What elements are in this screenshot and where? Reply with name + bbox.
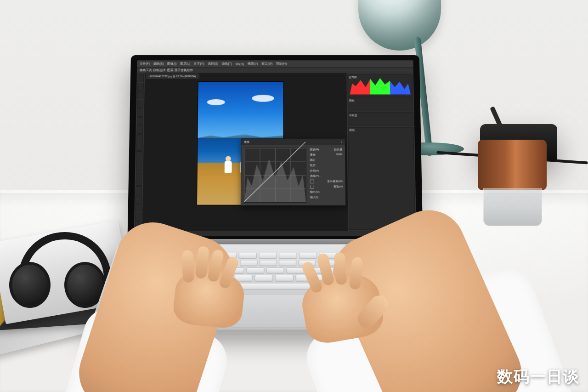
- finger: [182, 250, 194, 283]
- crop-tool-icon[interactable]: [137, 108, 143, 117]
- finger: [334, 252, 347, 285]
- auto-button[interactable]: 自动(A): [310, 169, 319, 173]
- type-tool-icon[interactable]: [136, 186, 142, 194]
- photo-editor-app: 文件(F) 编辑(E) 图像(I) 图层(L) 文字(Y) 选择(S) 滤镜(T…: [134, 60, 416, 236]
- curves-graph[interactable]: [244, 148, 306, 202]
- watermark-text: 数码一日谈: [497, 366, 580, 387]
- brush-tool-icon[interactable]: [136, 125, 143, 134]
- dodge-tool-icon[interactable]: [136, 169, 142, 177]
- preset-value[interactable]: 默认值: [334, 148, 342, 152]
- wand-tool-icon[interactable]: [137, 100, 143, 108]
- laptop-lid: 文件(F) 编辑(E) 图像(I) 图层(L) 文字(Y) 选择(S) 滤镜(T…: [127, 55, 423, 247]
- preview-check[interactable]: 预览(P): [334, 185, 343, 189]
- menu-bar[interactable]: 文件(F) 编辑(E) 图像(I) 图层(L) 文字(Y) 选择(S) 滤镜(T…: [137, 60, 413, 67]
- dialog-titlebar[interactable]: 曲线 ×: [241, 139, 345, 145]
- menu-item[interactable]: 文件(F): [140, 62, 150, 66]
- curves-line[interactable]: [244, 148, 306, 202]
- show-clipping-check[interactable]: 显示修剪(W): [328, 180, 343, 184]
- panel-title: 直方图: [349, 76, 357, 79]
- output-label: 输出(O):: [310, 190, 320, 194]
- tumbler-cup: [478, 124, 547, 221]
- menu-item[interactable]: 3D(D): [236, 62, 244, 65]
- cup-sleeve: [478, 140, 547, 190]
- curves-dialog[interactable]: 曲线 × 预设(R):默认值 通道:RGB 确定: [241, 138, 346, 205]
- image-child: [225, 160, 232, 173]
- pen-tool-icon[interactable]: [136, 177, 142, 186]
- image-cloud: [207, 99, 225, 105]
- cup-glass: [483, 188, 542, 226]
- right-panels[interactable]: 直方图 颜色 导航器 图层: [346, 73, 416, 231]
- curves-side-panel: 预设(R):默认值 通道:RGB 确定 取消 自动(A) 选项(T)… 显示修剪…: [309, 145, 345, 205]
- panel-title: 图层: [349, 129, 355, 131]
- photo-scene: 文件(F) 编辑(E) 图像(I) 图层(L) 文字(Y) 选择(S) 滤镜(T…: [0, 0, 588, 392]
- lasso-tool-icon[interactable]: [137, 91, 144, 99]
- options-bar-text: 移动工具 自动选择: 图层 显示变换控件: [140, 68, 193, 72]
- channel-value[interactable]: RGB: [336, 153, 342, 157]
- options-bar[interactable]: 移动工具 自动选择: 图层 显示变换控件: [137, 67, 413, 73]
- menu-item[interactable]: 选择(S): [208, 62, 218, 66]
- stamp-tool-icon[interactable]: [136, 134, 143, 142]
- dialog-title: 曲线: [244, 140, 249, 144]
- menu-item[interactable]: 滤镜(T): [222, 62, 232, 66]
- menu-item[interactable]: 帮助(H): [276, 62, 287, 66]
- panel-title: 导航器: [349, 114, 357, 117]
- eyedropper-tool-icon[interactable]: [137, 117, 143, 125]
- menu-item[interactable]: 图像(I): [167, 62, 176, 66]
- gradient-tool-icon[interactable]: [136, 151, 142, 159]
- options-button[interactable]: 选项(T)…: [310, 174, 322, 178]
- menu-item[interactable]: 视图(V): [248, 62, 258, 66]
- ok-button[interactable]: 确定: [310, 158, 316, 162]
- histogram-bars-icon: [350, 76, 411, 95]
- menu-item[interactable]: 文字(Y): [194, 62, 204, 66]
- path-tool-icon[interactable]: [136, 195, 142, 203]
- laptop-screen: 文件(F) 编辑(E) 图像(I) 图层(L) 文字(Y) 选择(S) 滤镜(T…: [134, 60, 416, 236]
- histogram-panel[interactable]: 直方图: [347, 74, 413, 97]
- close-icon[interactable]: ×: [340, 141, 342, 143]
- menu-item[interactable]: 图层(L): [180, 62, 190, 66]
- checkbox-icon[interactable]: [310, 185, 314, 189]
- channel-label: 通道:: [310, 153, 316, 157]
- image-cloud: [252, 95, 274, 102]
- headphones-earcup: [9, 262, 51, 308]
- image-sky: [198, 82, 283, 138]
- checkbox-icon[interactable]: [310, 180, 314, 184]
- hand-tool-icon[interactable]: [135, 213, 141, 221]
- headphones: [9, 230, 106, 308]
- blur-tool-icon[interactable]: [136, 160, 142, 168]
- shape-tool-icon[interactable]: [135, 204, 141, 212]
- menu-item[interactable]: 窗口(W): [261, 62, 273, 66]
- canvas-area[interactable]: 401996410722.jpg @ 27.5% (RGB/8#): [142, 73, 348, 231]
- cancel-button[interactable]: 取消: [310, 164, 316, 168]
- eraser-tool-icon[interactable]: [136, 143, 143, 151]
- lamp-shade: [358, 0, 441, 51]
- preset-label: 预设(R):: [310, 148, 320, 152]
- input-label: 输入(I):: [310, 195, 319, 199]
- marquee-tool-icon[interactable]: [137, 83, 144, 91]
- color-panel[interactable]: 颜色: [348, 97, 413, 111]
- layers-panel[interactable]: 图层: [348, 127, 415, 230]
- panel-title: 颜色: [349, 99, 355, 102]
- move-tool-icon[interactable]: [137, 74, 144, 82]
- menu-item[interactable]: 编辑(E): [153, 62, 164, 66]
- document-tab[interactable]: 401996410722.jpg @ 27.5% (RGB/8#): [146, 73, 200, 79]
- navigator-panel[interactable]: 导航器: [348, 112, 413, 126]
